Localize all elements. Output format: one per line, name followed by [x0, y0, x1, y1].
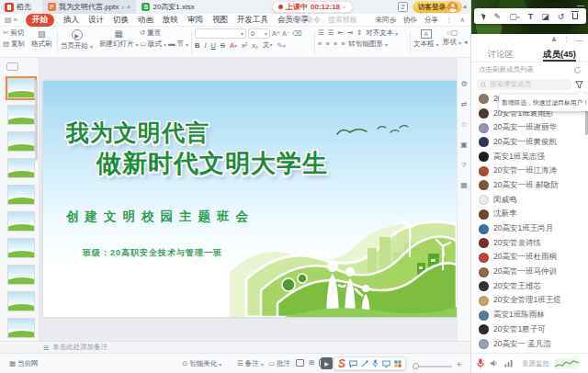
layout-button[interactable]: ▭版式▾ — [140, 40, 166, 49]
member-row[interactable]: 20安管王维芯 — [471, 279, 588, 294]
font-color-button[interactable]: A▾ — [230, 41, 237, 50]
member-row[interactable]: 沈新李 — [471, 208, 588, 222]
member-row[interactable]: 20高安一班黄俊凯 — [471, 135, 588, 150]
close-button[interactable]: × — [460, 3, 469, 11]
member-row[interactable]: 20高安一班谢丽华 — [471, 120, 588, 135]
properties-icon[interactable]: ⚙ — [460, 81, 467, 88]
assistant-logo-icon[interactable]: S — [338, 357, 345, 370]
mic-mute-icon[interactable] — [477, 358, 484, 368]
outline-view-toggle-icon[interactable] — [6, 62, 18, 71]
slide-thumbnail[interactable]: 4 — [7, 158, 35, 178]
slide-thumbnail[interactable]: 3 — [7, 131, 35, 152]
slide-thumbnail[interactable]: 9 — [7, 291, 35, 311]
collapse-icon[interactable]: — — [576, 37, 582, 43]
font-size-combo[interactable]: 0▾ — [248, 28, 270, 39]
docer-logo-icon[interactable] — [5, 3, 14, 12]
cursor-tool-icon[interactable] — [481, 12, 486, 20]
bold-button[interactable]: B — [195, 41, 199, 50]
close-tab-icon[interactable]: × — [127, 4, 130, 10]
italic-button[interactable]: I — [204, 41, 206, 50]
statusbar-left[interactable]: ▦ 当前网 — [9, 359, 39, 368]
apps-grid-icon[interactable] — [394, 360, 401, 367]
pin-tab-icon[interactable]: ▿ — [121, 5, 124, 10]
slide-title-line2[interactable]: 做新时代文明大学生 — [96, 147, 328, 180]
shapes-button[interactable]: ○▢ 形状▾ — [443, 29, 461, 47]
member-row[interactable]: 高安1班吴志强 — [471, 150, 588, 164]
numbering-icon[interactable]: ☰ — [328, 29, 334, 37]
slide-class-line[interactable]: 班级：20高职安全技术与管理一班 — [83, 247, 222, 259]
chart-tool-icon[interactable]: ▦ — [460, 182, 468, 189]
slide-thumbnail[interactable]: 5 — [7, 185, 35, 205]
section-button[interactable]: ▬节▾ — [168, 40, 188, 49]
smart-beautify-button[interactable]: ⊙ 智能美化▾ — [182, 359, 221, 368]
notes-toggle-button[interactable]: ☰ 备注▾ — [237, 359, 264, 368]
filter-icon[interactable] — [575, 81, 583, 89]
menu-tab[interactable]: 插入 — [63, 15, 79, 26]
justify-icon[interactable]: ≡ — [341, 40, 345, 48]
doc-tab-ppt[interactable]: P 我为文明代言.pptx ▿ × — [42, 0, 136, 14]
slide-thumbnail[interactable]: 8 — [7, 265, 35, 285]
menu-tab[interactable]: 切换 — [113, 15, 129, 26]
save-icon[interactable]: ▤ — [5, 17, 12, 24]
class-timer[interactable]: 上课中 00:12:18 ˅ — [272, 1, 353, 13]
doc-tab-xlsx[interactable]: S 20高安1.xlsx — [136, 0, 199, 14]
menu-tab[interactable]: 放映 — [163, 15, 178, 26]
member-row[interactable]: 20高管一班马仲训 — [471, 265, 588, 279]
shape-tool-icon[interactable]: ▢▾ — [509, 12, 520, 21]
menu-tab[interactable]: 动画 — [138, 15, 153, 26]
menu-tab[interactable]: 开发工具 — [237, 15, 268, 26]
slide-thumbnail[interactable]: 6 — [7, 211, 35, 232]
window-count-badge[interactable]: 2 — [398, 2, 408, 12]
mic-icon[interactable] — [372, 359, 379, 367]
slideshow-button[interactable]: ▶ — [321, 357, 333, 369]
shrink-font-icon[interactable]: A⁻ — [282, 30, 290, 38]
play-from-current-button[interactable]: ▶ 当页开始▾ — [61, 29, 93, 51]
panel-tab[interactable]: 成员(45) — [530, 45, 588, 62]
stats-icon[interactable] — [504, 359, 513, 367]
highlight-button[interactable]: ✎▾ — [277, 41, 285, 50]
member-row[interactable]: 20安管裴诗练 — [471, 236, 588, 251]
menu-tab[interactable]: 开始 — [26, 14, 54, 27]
switch-icon[interactable]: ⇄ — [461, 101, 468, 108]
align-right-icon[interactable]: ≡ — [334, 40, 337, 48]
refresh-icon[interactable] — [573, 66, 582, 74]
align-text-button[interactable]: 对齐文本▾ — [366, 28, 398, 38]
slide-canvas[interactable]: 我为文明代言 做新时代文明大学生 创建文明校园主题班会 班级：20高职安全技术与… — [43, 81, 457, 317]
command-search[interactable]: 查找命令、搜索模板 — [283, 15, 357, 25]
member-row[interactable]: 20安管一班江海涛 — [471, 164, 588, 178]
zoom-slider-track[interactable] — [413, 366, 452, 367]
strike-button[interactable]: S — [220, 41, 225, 50]
slide-sorter-icon[interactable]: ⊞ — [309, 359, 314, 367]
panel-tab[interactable]: 讨论区 — [471, 45, 530, 62]
more-icon[interactable]: ⋮ — [446, 17, 453, 24]
collapse-ribbon-icon[interactable]: ∧ — [460, 17, 466, 24]
superscript-button[interactable]: x² — [242, 41, 247, 50]
member-row[interactable]: 20高安一 孟凡浩 — [471, 337, 588, 352]
thumbnail-scrollbar[interactable] — [35, 80, 38, 161]
clear-format-icon[interactable]: ⌫ — [292, 30, 302, 38]
cut-button[interactable]: ✂剪切 — [3, 28, 25, 38]
menu-tab[interactable]: 视图 — [212, 15, 228, 26]
font-name-combo[interactable]: ▾ — [195, 28, 246, 39]
new-slide-button[interactable]: ▦ 新建幻灯片▾ — [99, 29, 139, 49]
collab-button[interactable]: 协作 — [403, 16, 417, 25]
more-icon[interactable]: ⋮ — [563, 36, 570, 43]
text-tool-icon[interactable]: T — [528, 12, 534, 21]
comment-toggle-button[interactable]: ▭ 批注 — [268, 359, 290, 368]
copy-button[interactable]: ▤复制 — [3, 40, 25, 49]
zoom-in-icon[interactable]: + — [457, 360, 461, 369]
slide-thumbnail[interactable]: 10 — [7, 318, 35, 338]
laser-pointer-icon[interactable] — [361, 360, 368, 367]
chat-icon[interactable] — [349, 360, 357, 367]
timer-caret-icon[interactable]: ˅ — [343, 5, 346, 10]
slide-title-line1[interactable]: 我为文明代言 — [66, 118, 209, 148]
align-center-icon[interactable]: ≡ — [325, 40, 329, 48]
to-smartart-button[interactable]: 转智能图形▾ — [349, 40, 389, 49]
text-box-button[interactable]: A 文本框▾ — [413, 29, 439, 49]
align-left-icon[interactable]: ≡ — [318, 40, 322, 48]
pin-icon[interactable]: ♟ — [551, 36, 557, 43]
member-row[interactable]: 20安管1蔡子可 — [471, 322, 588, 337]
eraser-tool-icon[interactable]: ◪ — [541, 12, 549, 21]
zoom-slider-handle[interactable] — [413, 363, 419, 369]
slide-thumbnail[interactable]: 7 — [7, 238, 35, 258]
